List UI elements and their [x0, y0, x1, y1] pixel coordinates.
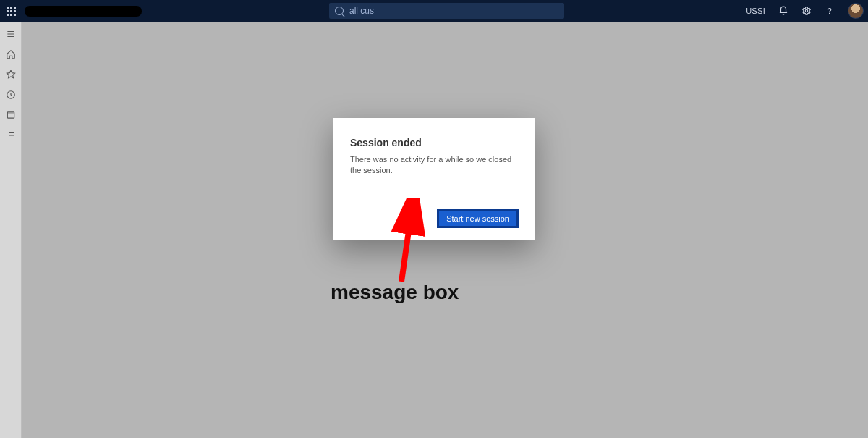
start-new-session-button[interactable]: Start new session	[438, 210, 518, 227]
gear-icon[interactable]	[801, 6, 812, 16]
user-avatar[interactable]	[848, 3, 864, 19]
svg-rect-3	[7, 112, 14, 118]
workspace-icon[interactable]	[6, 110, 16, 120]
star-icon[interactable]	[6, 70, 16, 80]
notifications-icon[interactable]	[778, 6, 788, 16]
help-icon[interactable]	[825, 6, 835, 16]
header-right-cluster: USSI	[746, 0, 864, 22]
search-text: all cus	[349, 6, 374, 16]
waffle-icon	[7, 7, 16, 16]
hamburger-icon[interactable]	[6, 29, 16, 39]
dialog-footer: Start new session	[350, 210, 518, 227]
dialog-title: Session ended	[350, 137, 518, 148]
annotation-label: message box	[331, 281, 459, 304]
svg-point-0	[805, 9, 808, 12]
session-ended-dialog: Session ended There was no activity for …	[333, 118, 535, 240]
left-sidebar	[0, 22, 22, 438]
list-icon[interactable]	[6, 130, 16, 140]
org-label: USSI	[746, 7, 765, 15]
global-search-input[interactable]: all cus	[329, 3, 564, 19]
clock-icon[interactable]	[6, 90, 16, 100]
dialog-message: There was no activity for a while so we …	[350, 154, 518, 177]
redacted-title	[25, 6, 142, 17]
svg-point-1	[830, 13, 830, 14]
home-icon[interactable]	[6, 49, 16, 59]
app-launcher-button[interactable]	[0, 0, 22, 22]
top-header: all cus USSI	[0, 0, 868, 22]
search-icon	[335, 7, 344, 15]
